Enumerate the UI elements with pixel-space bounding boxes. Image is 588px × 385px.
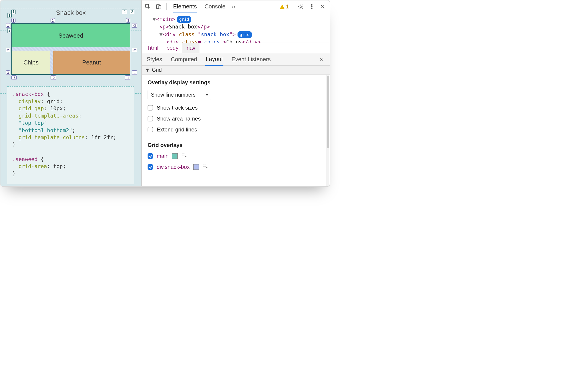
reveal-in-elements-icon[interactable] <box>181 152 187 160</box>
main-tabs: Elements Console <box>173 0 226 13</box>
inner-col-num: 3 <box>126 18 130 22</box>
checkbox[interactable] <box>147 164 153 170</box>
subtab-computed[interactable]: Computed <box>170 53 197 65</box>
inner-col-neg: -1 <box>125 75 130 80</box>
svg-point-3 <box>300 6 302 7</box>
inner-col-neg: -3 <box>11 75 17 80</box>
overlay-item-main: main <box>147 152 324 160</box>
svg-point-4 <box>311 4 312 5</box>
content-pane: 1 -1 1 2 3 2 Snack box 1 2 3 1 2 3 -3 -2… <box>0 0 142 186</box>
svg-point-5 <box>311 6 312 7</box>
warning-icon <box>280 4 284 9</box>
overlay-settings-heading: Overlay display settings <box>147 79 324 86</box>
select-label: Show line numbers <box>151 92 196 98</box>
checkbox-label: Extend grid lines <box>157 127 197 133</box>
subtab-styles[interactable]: Styles <box>146 53 163 65</box>
devtools-subtabs: Styles Computed Layout Event Listeners » <box>142 53 330 66</box>
kebab-icon[interactable] <box>308 3 315 10</box>
checkbox-label: Show track sizes <box>157 105 198 111</box>
snack-box-grid: Seaweed Chips Peanut <box>11 23 130 75</box>
warning-count: 1 <box>286 3 289 10</box>
inner-col-neg: -2 <box>51 75 56 80</box>
inner-row-num: 1 <box>6 23 10 28</box>
inner-row-neg: -1 <box>132 70 137 75</box>
svg-point-6 <box>311 8 312 9</box>
color-swatch[interactable] <box>172 153 178 159</box>
line-numbers-select[interactable]: Show line numbers <box>147 90 211 100</box>
grid-overlays-heading: Grid overlays <box>147 142 324 148</box>
inner-row-num: 3 <box>6 70 10 75</box>
checkbox-label: Show area names <box>157 115 201 122</box>
grid-badge[interactable]: grid <box>177 16 191 23</box>
check-track-sizes[interactable]: Show track sizes <box>147 105 324 111</box>
cell-seaweed: Seaweed <box>12 24 130 47</box>
page-wrap: Snack box 1 2 3 1 2 3 -3 -2 -1 -3 -2 -1 <box>7 9 134 184</box>
crumb-html[interactable]: html <box>144 43 162 53</box>
subtab-layout[interactable]: Layout <box>205 53 223 66</box>
checkbox[interactable] <box>147 116 153 121</box>
triangle-down-icon: ▼ <box>145 67 150 73</box>
dom-node-p[interactable]: <p>Snack box</p> <box>147 23 327 31</box>
checkbox[interactable] <box>147 105 153 110</box>
check-area-names[interactable]: Show area names <box>147 115 324 122</box>
devtools-pane: Elements Console » 1 ▼<main>grid <box>142 0 330 186</box>
warning-badge[interactable]: 1 <box>280 3 289 10</box>
dom-node-main[interactable]: ▼<main>grid <box>147 16 327 23</box>
scrollbar[interactable] <box>326 75 329 186</box>
reveal-in-elements-icon[interactable] <box>202 163 208 171</box>
svg-rect-2 <box>159 6 161 9</box>
device-toggle-icon[interactable] <box>155 3 162 10</box>
cell-chips: Chips <box>12 51 50 74</box>
checkbox[interactable] <box>147 127 153 132</box>
svg-rect-8 <box>203 164 206 167</box>
check-extend-lines[interactable]: Extend grid lines <box>147 127 324 133</box>
toolbar-sep <box>166 3 167 10</box>
more-tabs-icon[interactable]: » <box>230 3 237 10</box>
toolbar-sep <box>293 3 293 10</box>
grid-badge[interactable]: grid <box>237 31 252 38</box>
overlay-element-name[interactable]: main <box>157 153 168 159</box>
svg-rect-7 <box>182 153 185 156</box>
crumb-body[interactable]: body <box>162 43 182 53</box>
snack-box-wrap: 1 2 3 1 2 3 -3 -2 -1 -3 -2 -1 Seaweed Ch… <box>11 23 130 75</box>
gear-icon[interactable] <box>297 3 304 10</box>
section-grid-header[interactable]: ▼Grid <box>142 66 330 75</box>
inner-row-neg: -2 <box>132 48 137 52</box>
dom-node-snackbox[interactable]: ▼<div class="snack-box">grid <box>147 31 327 38</box>
breadcrumb: html body nav <box>142 43 330 53</box>
overlay-item-snackbox: div.snack-box <box>147 163 324 171</box>
cell-peanut: Peanut <box>53 51 130 74</box>
more-subtabs-icon[interactable]: » <box>318 56 325 63</box>
css-code-block: .snack-box { display: grid; grid-gap: 10… <box>7 86 134 184</box>
close-icon[interactable] <box>319 3 326 10</box>
page-title: Snack box <box>7 9 134 16</box>
subtab-event-listeners[interactable]: Event Listeners <box>231 53 271 65</box>
tab-console[interactable]: Console <box>204 0 226 13</box>
layout-pane-body: Overlay display settings Show line numbe… <box>142 75 330 186</box>
inner-col-num: 1 <box>11 18 16 22</box>
inner-row-neg: -3 <box>132 23 137 28</box>
app-window: 1 -1 1 2 3 2 Snack box 1 2 3 1 2 3 -3 -2… <box>0 0 330 187</box>
color-swatch[interactable] <box>193 164 199 170</box>
tab-elements[interactable]: Elements <box>173 0 197 13</box>
inspect-icon[interactable] <box>144 3 151 10</box>
dom-node-chips[interactable]: <div class="chips">Chips</div> <box>147 38 327 43</box>
devtools-toolbar: Elements Console » 1 <box>142 0 330 13</box>
dom-tree[interactable]: ▼<main>grid <p>Snack box</p> ▼<div class… <box>142 13 330 43</box>
crumb-nav[interactable]: nav <box>182 43 199 53</box>
overlay-element-name[interactable]: div.snack-box <box>157 164 190 170</box>
inner-col-num: 2 <box>51 18 55 22</box>
checkbox[interactable] <box>147 153 153 159</box>
inner-row-num: 2 <box>6 48 10 52</box>
